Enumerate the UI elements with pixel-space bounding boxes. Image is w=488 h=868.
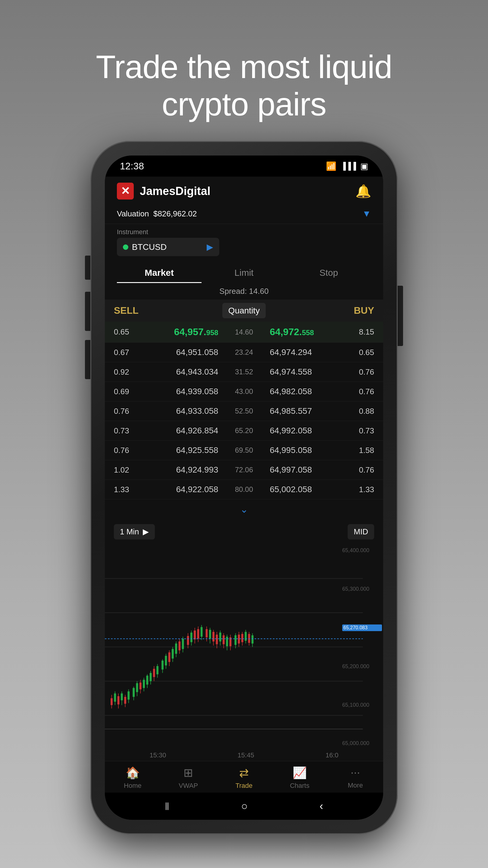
headline-text: Trade the most liquid crypto pairs (78, 48, 410, 123)
battery-icon: ▣ (360, 161, 368, 171)
svg-rect-66 (216, 635, 218, 644)
svg-rect-72 (226, 637, 228, 647)
svg-rect-60 (206, 629, 208, 638)
svg-rect-40 (168, 652, 170, 662)
instrument-name: BTCUSD (132, 242, 167, 252)
headline-line2: crypto pairs (162, 86, 326, 122)
table-row[interactable]: 0.92 64,943.034 31.52 64,974.558 0.76 (105, 362, 383, 382)
chart-mode-label: MID (354, 527, 368, 536)
valuation-text: Valuation $826,962.02 (117, 209, 197, 218)
svg-rect-18 (127, 691, 130, 700)
app-logo-icon: ✕ (117, 183, 134, 199)
y-label-5: 65,000.000 (342, 740, 382, 747)
nav-label-charts: Charts (290, 782, 310, 789)
nav-item-more[interactable]: ··· More (327, 766, 383, 789)
android-back-button[interactable]: ‹ (320, 800, 323, 812)
svg-rect-20 (133, 688, 135, 697)
svg-rect-68 (219, 632, 221, 642)
instrument-label: Instrument (117, 228, 371, 236)
bottom-nav: 🏠 Home ⊞ VWAP ⇄ Trade 📈 Charts ··· More (105, 761, 383, 793)
svg-rect-10 (114, 693, 116, 702)
nav-item-charts[interactable]: 📈 Charts (272, 766, 327, 789)
y-label-3: 65,200.000 (342, 663, 382, 670)
power-button (398, 286, 403, 346)
phone-device: 12:38 📶 ▐▐▐ ▣ ✕ JamesDigital 🔔 Valuat (90, 141, 398, 834)
tab-market[interactable]: Market (117, 264, 201, 283)
more-icon: ··· (351, 766, 360, 779)
chart-y-axis: 65,400.000 65,300.000 65,270.083 65,200.… (341, 544, 383, 749)
wifi-icon: 📶 (326, 161, 336, 171)
svg-rect-8 (110, 698, 113, 705)
volume-up-button (85, 255, 90, 280)
svg-rect-52 (190, 632, 193, 642)
svg-rect-46 (178, 642, 181, 651)
home-icon: 🏠 (126, 766, 140, 779)
valuation-label: Valuation (117, 209, 149, 218)
volume-down-button (85, 292, 90, 331)
svg-rect-62 (209, 630, 211, 639)
candles-group (110, 625, 253, 709)
trade-icon: ⇄ (239, 766, 249, 779)
nav-label-home: Home (124, 782, 141, 789)
svg-rect-48 (182, 639, 184, 649)
svg-rect-12 (118, 696, 120, 704)
nav-label-trade: Trade (235, 782, 253, 789)
spread-value: 14.60 (249, 287, 269, 296)
svg-rect-78 (238, 635, 240, 644)
instrument-left: BTCUSD (123, 242, 167, 252)
chart-area: 65,400.000 65,300.000 65,270.083 65,200.… (105, 544, 383, 749)
svg-rect-42 (172, 649, 174, 659)
instrument-selector[interactable]: BTCUSD ▶ (117, 238, 219, 256)
chart-mode-button[interactable]: MID (348, 524, 374, 539)
y-label-current: 65,270.083 (342, 624, 382, 631)
quantity-header: Quantity (185, 306, 303, 315)
svg-rect-50 (187, 636, 189, 645)
table-row[interactable]: 0.73 64,926.854 65.20 64,992.058 0.73 (105, 421, 383, 441)
y-label-1: 65,400.000 (342, 547, 382, 554)
valuation-dropdown-icon[interactable]: ▼ (362, 209, 371, 219)
charts-icon: 📈 (293, 766, 307, 779)
android-home-button[interactable]: ○ (241, 800, 248, 812)
svg-rect-76 (234, 635, 236, 645)
status-icons: 📶 ▐▐▐ ▣ (326, 161, 368, 171)
svg-rect-56 (197, 629, 199, 639)
nav-item-home[interactable]: 🏠 Home (105, 766, 161, 789)
valuation-bar: Valuation $826,962.02 ▼ (105, 206, 383, 224)
tab-stop[interactable]: Stop (287, 264, 371, 283)
svg-rect-70 (223, 635, 225, 644)
svg-rect-22 (136, 683, 138, 692)
svg-rect-64 (213, 632, 215, 642)
valuation-value: $826,962.02 (153, 209, 197, 218)
nav-item-vwap[interactable]: ⊞ VWAP (161, 766, 216, 789)
tab-limit[interactable]: Limit (201, 264, 286, 283)
svg-rect-54 (194, 630, 196, 640)
svg-rect-58 (201, 627, 203, 637)
svg-rect-36 (161, 661, 164, 670)
instrument-status-dot (123, 244, 128, 250)
svg-rect-44 (175, 644, 177, 654)
status-time: 12:38 (120, 161, 144, 172)
nav-item-trade[interactable]: ⇄ Trade (216, 766, 272, 789)
svg-rect-14 (121, 693, 123, 701)
order-book-header: SELL Quantity BUY (105, 300, 383, 321)
table-row[interactable]: 1.33 64,922.058 80.00 65,002.058 1.33 (105, 480, 383, 499)
instrument-section: Instrument BTCUSD ▶ (105, 224, 383, 260)
table-row[interactable]: 0.69 64,939.058 43.00 64,982.058 0.76 (105, 382, 383, 401)
load-more-button[interactable]: ⌄ (105, 499, 383, 519)
y-label-4: 65,100.000 (342, 702, 382, 708)
x-label-2: 15:45 (238, 751, 254, 759)
x-label-3: 16:0 (326, 751, 338, 759)
svg-rect-38 (165, 656, 167, 665)
table-row[interactable]: 0.67 64,951.058 23.24 64,974.294 0.65 (105, 343, 383, 362)
spread-label: Spread: (219, 287, 247, 296)
android-nav-bar: ⦀ ○ ‹ (105, 793, 383, 820)
chart-section: 1 Min ▶ MID (105, 519, 383, 761)
bell-icon[interactable]: 🔔 (355, 184, 371, 198)
table-row[interactable]: 1.02 64,924.993 72.06 64,997.058 0.76 (105, 460, 383, 480)
table-row[interactable]: 0.76 64,933.058 52.50 64,985.557 0.88 (105, 401, 383, 421)
bixby-button (85, 340, 90, 379)
chart-timeframe-selector[interactable]: 1 Min ▶ (114, 524, 155, 539)
table-row[interactable]: 0.65 64,957.958 14.60 64,972.558 8.15 (105, 321, 383, 343)
android-recents-button[interactable]: ⦀ (165, 800, 169, 812)
table-row[interactable]: 0.76 64,925.558 69.50 64,995.058 1.58 (105, 441, 383, 460)
